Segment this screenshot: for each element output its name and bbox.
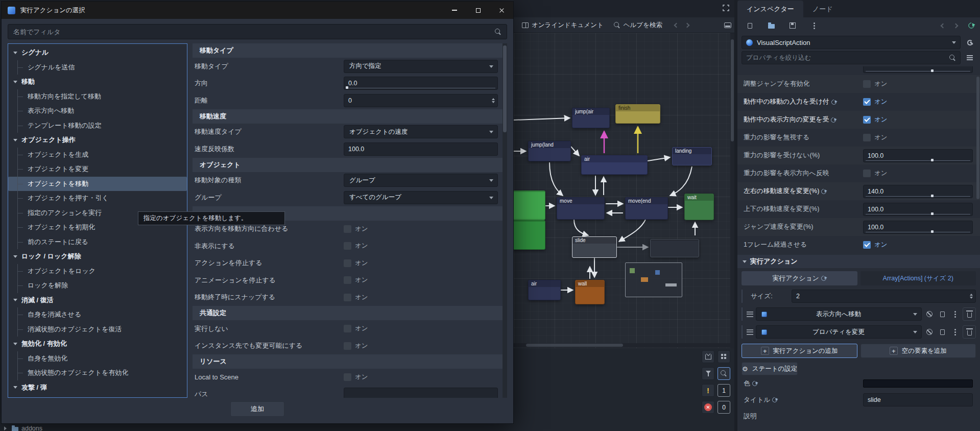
graph-node[interactable]: jump(air bbox=[572, 108, 610, 128]
new-resource-button[interactable] bbox=[744, 19, 756, 32]
add-empty-button[interactable]: + 空の要素を追加 bbox=[861, 344, 976, 358]
checkbox[interactable] bbox=[344, 294, 351, 301]
checkbox[interactable] bbox=[344, 225, 351, 233]
graph-node[interactable] bbox=[650, 239, 699, 257]
object-selector-dropdown[interactable]: VisualScriptAction bbox=[742, 36, 961, 49]
drag-handle-icon[interactable] bbox=[747, 329, 753, 335]
minimize-button[interactable] bbox=[443, 2, 466, 19]
dropdown[interactable]: すべてのグループ bbox=[344, 191, 498, 204]
dropdown[interactable]: オブジェクトの速度 bbox=[344, 125, 498, 138]
tree-item[interactable]: 消滅 / 復活 bbox=[8, 293, 187, 308]
tree-item[interactable]: テンプレート移動の設定 bbox=[8, 118, 187, 133]
checkbox[interactable] bbox=[344, 276, 351, 284]
edit-resource-button[interactable] bbox=[937, 308, 947, 320]
text-field[interactable] bbox=[344, 388, 498, 398]
revert-icon[interactable] bbox=[830, 116, 837, 123]
tree-item[interactable]: オブジェクトを生成 bbox=[8, 148, 187, 162]
tree-item[interactable]: シグナルを送信 bbox=[8, 60, 187, 75]
number-field[interactable]: 100.0 bbox=[863, 221, 973, 234]
add-action-button[interactable]: + 実行アクションの追加 bbox=[742, 344, 857, 358]
slider-field[interactable]: 0.0 bbox=[344, 77, 498, 90]
revert-icon[interactable] bbox=[751, 380, 758, 387]
spinner-arrows-icon[interactable] bbox=[970, 292, 973, 300]
online-docs-button[interactable]: オンラインドキュメント bbox=[518, 19, 608, 32]
tree-item[interactable]: ロック / ロック解除 bbox=[8, 249, 187, 264]
extra-options-button[interactable] bbox=[950, 326, 960, 338]
caret-down-icon[interactable] bbox=[13, 52, 17, 56]
tree-item[interactable]: オブジェクトを移動 bbox=[8, 177, 187, 191]
chevron-right-icon[interactable] bbox=[4, 426, 9, 430]
checkbox[interactable] bbox=[863, 241, 871, 249]
tree-item[interactable]: 移動方向を指定して移動 bbox=[8, 89, 187, 104]
add-button[interactable]: 追加 bbox=[230, 401, 284, 417]
history-back-icon[interactable] bbox=[941, 23, 946, 28]
tab-node[interactable]: ノード bbox=[803, 1, 842, 17]
caret-down-icon[interactable] bbox=[13, 299, 17, 303]
tree-item[interactable]: 表示方向へ移動 bbox=[8, 104, 187, 118]
section-header[interactable]: 移動タイプ bbox=[193, 43, 507, 58]
warnings-toggle[interactable]: ! bbox=[702, 384, 714, 397]
close-button[interactable] bbox=[490, 2, 513, 19]
number-field[interactable]: 100.0 bbox=[863, 149, 973, 162]
dropdown[interactable]: グループ bbox=[344, 174, 498, 187]
section-header[interactable]: 共通設定 bbox=[193, 306, 507, 320]
graph-node[interactable]: landing bbox=[672, 147, 712, 165]
checkbox[interactable] bbox=[863, 170, 871, 177]
history-forward-icon[interactable] bbox=[684, 22, 689, 28]
clear-button[interactable] bbox=[924, 326, 935, 338]
tree-item[interactable]: 移動 bbox=[8, 75, 187, 89]
number-field[interactable]: 140.0 bbox=[863, 185, 973, 198]
array-property-button[interactable]: 実行アクション bbox=[742, 271, 857, 285]
property-filter-input[interactable] bbox=[746, 54, 949, 61]
history-forward-icon[interactable] bbox=[953, 23, 959, 28]
panel-layout-icon[interactable] bbox=[724, 22, 731, 28]
resource-menu-button[interactable] bbox=[808, 19, 820, 32]
drag-handle-icon[interactable] bbox=[747, 312, 753, 317]
expand-bottom-panel-button[interactable] bbox=[702, 350, 714, 363]
tree-item[interactable]: オブジェクトをロック bbox=[8, 264, 187, 279]
revert-icon[interactable] bbox=[820, 275, 827, 282]
section-header[interactable]: 移動速度 bbox=[193, 109, 507, 124]
checkbox[interactable] bbox=[344, 325, 351, 332]
revert-icon[interactable] bbox=[830, 98, 837, 105]
tree-item[interactable]: 自身を消滅させる bbox=[8, 307, 187, 322]
graph-node[interactable] bbox=[514, 220, 545, 250]
checkbox[interactable] bbox=[344, 342, 351, 350]
properties-scrollbar[interactable] bbox=[503, 43, 507, 398]
tree-item[interactable]: シグナル bbox=[8, 45, 187, 60]
caret-down-icon[interactable] bbox=[13, 81, 17, 85]
expand-fullscreen-icon[interactable] bbox=[723, 5, 729, 13]
revert-icon[interactable] bbox=[820, 187, 827, 195]
array-value-button[interactable]: Array[Actions] (サイズ 2) bbox=[861, 271, 976, 285]
caret-down-icon[interactable] bbox=[13, 343, 17, 347]
errors-toggle[interactable]: ✕ bbox=[702, 401, 714, 414]
checkbox[interactable] bbox=[863, 98, 871, 106]
tree-item[interactable]: 前のステートに戻る bbox=[8, 235, 187, 250]
state-machine-graph[interactable]: jump(air finish jump(land air landing mo… bbox=[514, 33, 734, 348]
tree-item[interactable]: 無効状態のオブジェクトを有効化 bbox=[8, 366, 187, 380]
spin-field[interactable]: 0 bbox=[344, 94, 498, 107]
load-resource-button[interactable] bbox=[765, 19, 777, 32]
delete-button[interactable] bbox=[963, 307, 976, 321]
number-field[interactable] bbox=[863, 66, 973, 73]
section-header[interactable]: リソース bbox=[193, 354, 507, 369]
caret-down-icon[interactable] bbox=[13, 386, 17, 391]
tab-inspector[interactable]: インスペクター bbox=[737, 1, 803, 17]
number-field[interactable]: 100.0 bbox=[344, 142, 498, 156]
section-header[interactable]: オブジェクト bbox=[193, 158, 507, 172]
graph-horizontal-scrollbar[interactable] bbox=[514, 343, 730, 347]
tree-item[interactable]: オブジェクト操作 bbox=[8, 133, 187, 148]
graph-node[interactable]: finish bbox=[615, 104, 660, 124]
checkbox[interactable] bbox=[344, 259, 351, 267]
color-swatch[interactable] bbox=[863, 379, 973, 388]
graph-node[interactable]: air bbox=[528, 280, 561, 300]
graph-node[interactable]: wait bbox=[684, 194, 714, 220]
history-icon[interactable] bbox=[967, 21, 975, 30]
tree-item[interactable]: 自身を無効化 bbox=[8, 351, 187, 366]
dropdown[interactable]: 方向で指定 bbox=[344, 60, 498, 73]
caret-down-icon[interactable] bbox=[13, 255, 17, 260]
checkbox[interactable] bbox=[863, 80, 871, 88]
tree-item[interactable]: 攻撃 / 弾 bbox=[8, 380, 187, 395]
action-resource-dropdown[interactable]: 表示方向へ移動 bbox=[756, 307, 922, 321]
graph-node[interactable]: jump(land bbox=[528, 141, 571, 161]
